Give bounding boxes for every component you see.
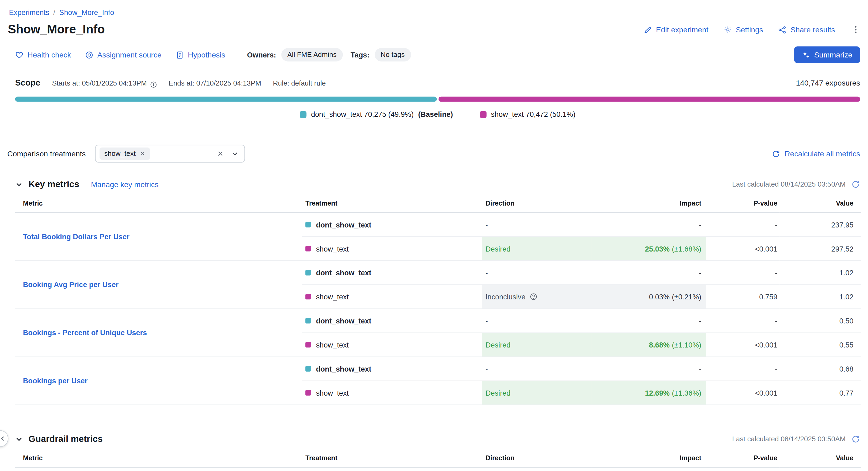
treatment-name: show_text <box>316 244 349 253</box>
scope-rule: Rule: default rule <box>273 79 326 87</box>
value-cell: 1.02 <box>780 285 861 309</box>
p-value-cell: - <box>706 212 780 237</box>
info-icon[interactable] <box>150 81 157 88</box>
p-value-cell: <0.001 <box>706 237 780 261</box>
health-check-link[interactable]: Health check <box>15 51 71 59</box>
summarize-button[interactable]: Summarize <box>794 46 860 63</box>
metric-link[interactable]: Bookings per User <box>23 377 88 385</box>
guardrail-metrics-header: Guardrail metrics Last calculated 08/14/… <box>15 434 860 444</box>
comparison-label: Comparison treatments <box>7 149 86 158</box>
table-header-row: Metric Treatment Direction Impact P-valu… <box>15 196 861 213</box>
manage-key-metrics-link[interactable]: Manage key metrics <box>91 180 158 189</box>
sidebar-expand-handle[interactable] <box>0 430 8 447</box>
impact-cell: 25.03%(±1.68%) <box>592 237 706 261</box>
treatment-name: dont_show_text <box>316 268 371 277</box>
chevron-down-icon[interactable] <box>231 150 239 158</box>
share-icon <box>778 25 786 34</box>
legend-item-variant: show_text 70,472 (50.1%) <box>480 110 576 119</box>
table-row: Booking Avg Price per User dont_show_tex… <box>15 261 861 285</box>
owners-chip[interactable]: All FME Admins <box>281 48 343 62</box>
guardrail-metrics-table: Metric Treatment Direction Impact P-valu… <box>15 451 861 468</box>
hypothesis-link[interactable]: Hypothesis <box>176 51 225 59</box>
legend-item-baseline: dont_show_text 70,275 (49.9%) (Baseline) <box>300 110 453 119</box>
impact-cell: 12.69%(±1.36%) <box>592 381 706 405</box>
column-direction: Direction <box>482 451 592 468</box>
variant-swatch <box>305 390 311 396</box>
value-cell: 1.02 <box>780 261 861 285</box>
baseline-swatch <box>305 222 311 228</box>
metric-link[interactable]: Total Booking Dollars Per User <box>23 233 129 241</box>
chevron-left-icon <box>0 435 6 442</box>
p-value-cell: - <box>706 309 780 333</box>
column-metric: Metric <box>15 196 302 213</box>
treatment-name: dont_show_text <box>316 316 371 325</box>
exposure-legend: dont_show_text 70,275 (49.9%) (Baseline)… <box>15 110 860 119</box>
p-value-cell: - <box>706 261 780 285</box>
recalculate-all-metrics-button[interactable]: Recalculate all metrics <box>772 149 860 158</box>
edit-experiment-label: Edit experiment <box>656 25 709 34</box>
refresh-icon[interactable] <box>851 180 860 189</box>
variant-swatch <box>305 246 311 251</box>
baseline-swatch <box>305 366 311 372</box>
owners-label: Owners: <box>247 51 276 59</box>
kebab-icon <box>851 25 860 34</box>
treatment-select[interactable]: show_text <box>95 145 245 163</box>
selected-treatment-chip[interactable]: show_text <box>100 147 150 160</box>
last-calculated: Last calculated 08/14/2025 03:50AM <box>732 435 860 443</box>
edit-experiment-button[interactable]: Edit experiment <box>644 25 709 34</box>
column-p-value: P-value <box>706 196 780 213</box>
column-value: Value <box>780 196 861 213</box>
owners-group: Owners: All FME Admins <box>247 48 343 62</box>
summarize-label: Summarize <box>814 51 852 59</box>
metric-link[interactable]: Bookings - Percent of Unique Users <box>23 329 147 337</box>
impact-cell: 8.68%(±1.10%) <box>592 333 706 357</box>
more-options-button[interactable] <box>851 25 860 34</box>
breadcrumb-experiments-link[interactable]: Experiments <box>9 8 49 16</box>
variant-swatch <box>305 294 311 299</box>
p-value-cell: <0.001 <box>706 333 780 357</box>
health-check-label: Health check <box>27 51 71 59</box>
title-bar: Show_More_Info Edit experiment Settings … <box>0 17 868 37</box>
collapse-section-icon[interactable] <box>15 435 23 443</box>
scope-header: Scope Starts at: 05/01/2025 04:13PM Ends… <box>15 78 860 88</box>
sub-toolbar: Health check Assignment source Hypothesi… <box>0 37 868 63</box>
column-direction: Direction <box>482 196 592 213</box>
treatment-name: show_text <box>316 293 349 301</box>
table-row: Total Booking Dollars Per User dont_show… <box>15 212 861 237</box>
clear-selection-icon[interactable] <box>217 150 224 157</box>
column-metric: Metric <box>15 451 302 468</box>
share-results-button[interactable]: Share results <box>778 25 835 34</box>
baseline-legend-label: dont_show_text 70,275 (49.9%) <box>311 110 414 119</box>
heart-icon <box>15 51 23 59</box>
impact-cell: - <box>592 309 706 333</box>
key-metrics-header: Key metrics Manage key metrics Last calc… <box>15 179 860 190</box>
help-icon[interactable] <box>529 293 537 300</box>
column-impact: Impact <box>592 451 706 468</box>
value-cell: 0.68 <box>780 357 861 381</box>
target-icon <box>85 51 93 59</box>
impact-cell: 0.03%(±0.21%) <box>592 285 706 309</box>
breadcrumb: Experiments / Show_More_Info <box>0 0 868 17</box>
exposure-bar-variant <box>438 97 860 102</box>
tags-chip[interactable]: No tags <box>375 48 411 62</box>
direction-cell: Desired <box>482 333 592 357</box>
pencil-icon <box>644 25 652 34</box>
assignment-source-label: Assignment source <box>97 51 162 59</box>
direction-cell: - <box>482 309 592 333</box>
refresh-icon[interactable] <box>851 435 860 443</box>
variant-legend-label: show_text 70,472 (50.1%) <box>491 110 576 119</box>
p-value-cell: <0.001 <box>706 381 780 405</box>
recalculate-label: Recalculate all metrics <box>784 149 860 158</box>
sparkle-icon <box>802 51 810 59</box>
collapse-section-icon[interactable] <box>15 180 23 188</box>
metric-link[interactable]: Booking Avg Price per User <box>23 280 119 289</box>
breadcrumb-current-link[interactable]: Show_More_Info <box>59 8 114 16</box>
settings-button[interactable]: Settings <box>723 25 763 34</box>
impact-cell: - <box>592 357 706 381</box>
exposure-bar-baseline <box>15 97 437 102</box>
last-calculated: Last calculated 08/14/2025 03:50AM <box>732 180 860 189</box>
remove-treatment-icon[interactable] <box>140 151 145 156</box>
treatment-name: dont_show_text <box>316 365 371 373</box>
assignment-source-link[interactable]: Assignment source <box>85 51 162 59</box>
treatment-name: show_text <box>316 341 349 349</box>
